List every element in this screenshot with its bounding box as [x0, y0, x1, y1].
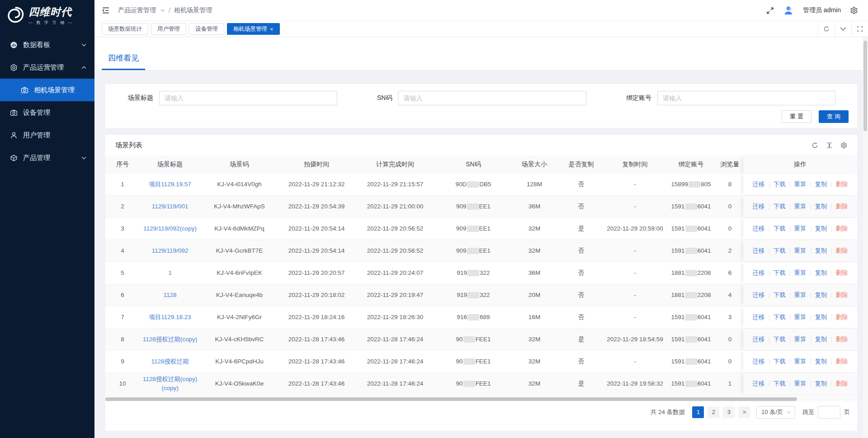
- action-link[interactable]: 删除: [836, 180, 848, 188]
- table-refresh-icon[interactable]: [811, 142, 818, 149]
- action-link[interactable]: 复制: [815, 335, 827, 344]
- action-link[interactable]: 下载: [774, 335, 786, 344]
- action-link[interactable]: 删除: [836, 291, 848, 299]
- bound-account-input[interactable]: [657, 91, 835, 105]
- tab-options-chevron-icon[interactable]: [835, 21, 851, 37]
- action-link[interactable]: 迁移: [753, 291, 765, 299]
- scene-title-link[interactable]: 1129/119/092(copy): [143, 224, 197, 233]
- table-settings-gear-icon[interactable]: [840, 142, 847, 149]
- action-link[interactable]: 复制: [815, 225, 827, 233]
- page-button[interactable]: 3: [723, 406, 735, 418]
- action-link[interactable]: 复制: [815, 203, 827, 211]
- action-link[interactable]: 重算: [794, 225, 807, 233]
- action-link[interactable]: 重算: [794, 203, 807, 211]
- action-link[interactable]: 复制: [815, 313, 827, 321]
- user-avatar[interactable]: [783, 5, 794, 16]
- action-link[interactable]: 删除: [836, 203, 848, 211]
- sidebar-item-dashboard[interactable]: 数据看板: [0, 33, 94, 56]
- column-header: 场景码: [200, 155, 278, 174]
- scene-title-link[interactable]: 1128授权过期(copy) (copy): [141, 375, 199, 393]
- action-link[interactable]: 删除: [836, 380, 848, 388]
- action-link[interactable]: 复制: [815, 380, 827, 388]
- refresh-tab-icon[interactable]: [818, 21, 835, 37]
- breadcrumb-parent[interactable]: 产品运营管理: [118, 6, 156, 14]
- action-link[interactable]: 迁移: [753, 269, 765, 277]
- action-link[interactable]: 迁移: [753, 335, 765, 344]
- scene-title-link[interactable]: 1129/119/001: [152, 202, 189, 211]
- action-link[interactable]: 迁移: [753, 358, 765, 366]
- action-link[interactable]: 下载: [774, 358, 786, 366]
- action-link[interactable]: 迁移: [753, 247, 765, 255]
- scene-title-link[interactable]: 1128授权过期: [151, 357, 189, 366]
- cell-copied: 否: [558, 196, 604, 217]
- action-link[interactable]: 下载: [774, 247, 786, 255]
- action-link[interactable]: 复制: [815, 269, 827, 277]
- action-link[interactable]: 重算: [794, 247, 807, 255]
- page-size-select[interactable]: 10 条/页: [756, 406, 795, 419]
- jump-to-page-input[interactable]: [818, 406, 840, 419]
- workspace-tab[interactable]: 相机场景管理×: [227, 23, 280, 35]
- scene-title-link[interactable]: 1128授权过期(copy): [143, 335, 198, 344]
- action-link[interactable]: 下载: [774, 225, 786, 233]
- action-link[interactable]: 重算: [794, 291, 807, 299]
- horizontal-scrollbar-thumb[interactable]: [105, 397, 797, 401]
- action-link[interactable]: 重算: [794, 269, 807, 277]
- sidebar-collapse-icon[interactable]: [102, 6, 110, 14]
- action-link[interactable]: 删除: [836, 225, 848, 233]
- action-link[interactable]: 迁移: [753, 313, 765, 321]
- action-link[interactable]: 下载: [774, 203, 786, 211]
- action-link[interactable]: 下载: [774, 291, 786, 299]
- action-link[interactable]: 下载: [774, 269, 786, 277]
- action-link[interactable]: 删除: [836, 358, 848, 366]
- scene-title-link[interactable]: 1129/119/092: [152, 246, 189, 255]
- sidebar-item-product-management[interactable]: 产品管理: [0, 146, 94, 169]
- action-link[interactable]: 重算: [794, 358, 807, 366]
- action-link[interactable]: 迁移: [753, 380, 765, 388]
- action-link[interactable]: 复制: [815, 180, 827, 188]
- action-link[interactable]: 下载: [774, 180, 786, 188]
- workspace-tab[interactable]: 用户管理: [151, 23, 186, 35]
- workspace-tab[interactable]: 场景数据统计: [102, 23, 148, 35]
- scene-title-link[interactable]: 1128: [163, 291, 176, 300]
- user-name[interactable]: 管理员 admin: [803, 6, 841, 14]
- action-link[interactable]: 下载: [774, 380, 786, 388]
- page-button[interactable]: 1: [692, 406, 704, 418]
- scene-title-input[interactable]: [159, 91, 337, 105]
- action-link[interactable]: 删除: [836, 313, 848, 321]
- cell-shot_time: 2022-11-29 18:24:16: [278, 306, 354, 328]
- tab-close-icon[interactable]: ×: [270, 26, 274, 32]
- view-tab-siweikanjian[interactable]: 四维看见: [102, 53, 145, 70]
- action-link[interactable]: 重算: [794, 335, 807, 344]
- action-link[interactable]: 删除: [836, 247, 848, 255]
- action-link[interactable]: 迁移: [753, 225, 765, 233]
- maximize-content-icon[interactable]: [851, 21, 868, 37]
- action-link[interactable]: 删除: [836, 335, 848, 344]
- vertical-scrollbar-thumb[interactable]: [863, 41, 867, 131]
- sidebar-item-product-operation[interactable]: 产品运营管理: [0, 56, 94, 79]
- action-link[interactable]: 复制: [815, 358, 827, 366]
- query-button[interactable]: 查询: [819, 110, 849, 123]
- action-link[interactable]: 复制: [815, 291, 827, 299]
- action-link[interactable]: 删除: [836, 269, 848, 277]
- table-density-icon[interactable]: [826, 142, 833, 149]
- action-link[interactable]: 重算: [794, 180, 807, 188]
- next-page-button[interactable]: >: [738, 406, 750, 418]
- scene-title-link[interactable]: 1: [168, 268, 172, 278]
- action-link[interactable]: 下载: [774, 313, 786, 321]
- action-link[interactable]: 重算: [794, 380, 807, 388]
- workspace-tab[interactable]: 设备管理: [189, 23, 224, 35]
- scene-title-link[interactable]: 项目1129.18.23: [149, 313, 191, 322]
- sidebar-item-device-management[interactable]: 设备管理: [0, 101, 94, 124]
- scene-title-link[interactable]: 项目1129.19.57: [149, 180, 191, 189]
- sn-code-input[interactable]: [398, 91, 586, 105]
- action-link[interactable]: 重算: [794, 313, 807, 321]
- page-button[interactable]: 2: [708, 406, 719, 418]
- sidebar-item-camera-scene-management[interactable]: 相机场景管理: [0, 79, 94, 101]
- settings-gear-icon[interactable]: [850, 6, 858, 14]
- reset-button[interactable]: 重置: [782, 110, 811, 123]
- fullscreen-icon[interactable]: [766, 7, 774, 14]
- action-link[interactable]: 复制: [815, 247, 827, 255]
- action-link[interactable]: 迁移: [753, 203, 765, 211]
- sidebar-item-user-management[interactable]: 用户管理: [0, 124, 94, 146]
- action-link[interactable]: 迁移: [753, 180, 765, 188]
